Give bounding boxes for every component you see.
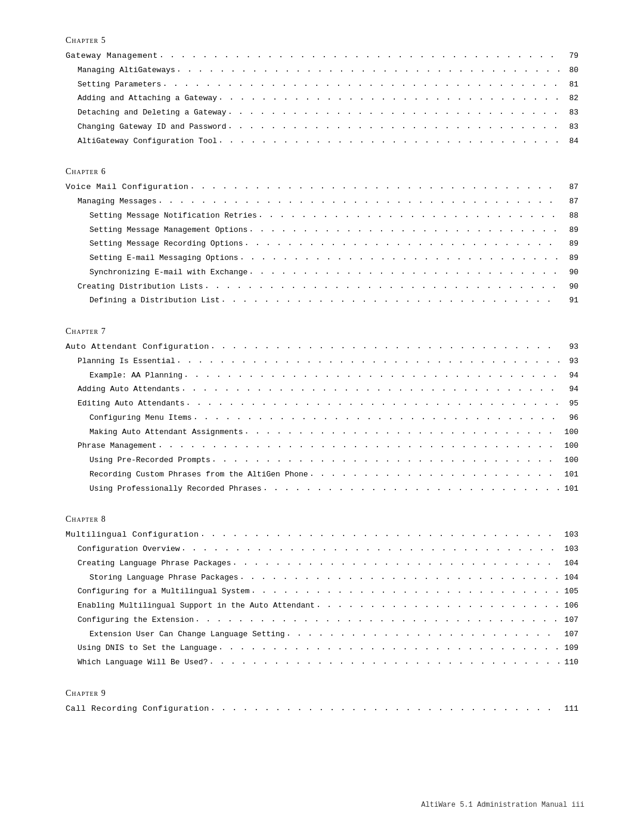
toc-dots bbox=[263, 481, 559, 496]
toc-entry: Example: AA Planning94 bbox=[66, 368, 578, 383]
toc-title: Detaching and Deleting a Gateway bbox=[66, 106, 227, 120]
toc-dots bbox=[218, 640, 559, 655]
toc-entry: Editing Auto Attendants95 bbox=[66, 397, 578, 411]
toc-entry: Extension User Can Change Language Setti… bbox=[66, 627, 578, 642]
toc-entry: Using Professionally Recorded Phrases101 bbox=[66, 482, 578, 496]
toc-page: 106 bbox=[561, 599, 578, 613]
toc-entry: Creating Language Phrase Packages104 bbox=[66, 556, 578, 571]
toc-dots bbox=[185, 396, 559, 410]
toc-page: 103 bbox=[561, 528, 578, 542]
toc-dots bbox=[190, 179, 559, 194]
toc-page: 105 bbox=[561, 585, 578, 599]
section-chapter9: Chapter 9Call Recording Configuration111 bbox=[66, 689, 578, 716]
toc-entry: Using Pre-Recorded Prompts100 bbox=[66, 453, 578, 467]
toc-page: 109 bbox=[561, 642, 578, 655]
toc-dots bbox=[184, 368, 559, 382]
toc-page: 100 bbox=[561, 454, 578, 467]
toc-title: Managing Messages bbox=[66, 195, 157, 209]
toc-title: Recording Custom Phrases from the AltiGe… bbox=[66, 468, 308, 482]
toc-page: 94 bbox=[561, 369, 578, 383]
toc-dots bbox=[210, 339, 559, 354]
toc-dots bbox=[218, 134, 559, 148]
toc-dots bbox=[316, 598, 559, 612]
toc-title: Adding Auto Attendants bbox=[66, 383, 180, 397]
toc-page: 104 bbox=[561, 571, 578, 585]
toc-page: 89 bbox=[561, 224, 578, 237]
toc-dots bbox=[158, 438, 559, 453]
toc-page: 95 bbox=[561, 397, 578, 411]
toc-dots bbox=[240, 570, 559, 584]
footer-text: AltiWare 5.1 Administration Manual iii bbox=[421, 801, 584, 809]
toc-dots bbox=[210, 701, 559, 716]
toc-title: Configuration Overview bbox=[66, 543, 180, 556]
toc-title: Editing Auto Attendants bbox=[66, 397, 184, 411]
toc-entry: Configuring for a Multilingual System105 bbox=[66, 584, 578, 599]
toc-title: Configuring the Extension bbox=[66, 614, 194, 627]
toc-title: Planning Is Essential bbox=[66, 355, 175, 368]
chapter-label-chapter5: Chapter 5 bbox=[66, 36, 578, 45]
toc-dots bbox=[181, 541, 559, 556]
toc-dots bbox=[249, 265, 559, 279]
toc-entry: Changing Gateway ID and Password83 bbox=[66, 120, 578, 134]
toc-title: Creating Language Phrase Packages bbox=[66, 557, 231, 571]
toc-entry: Configuring Menu Items96 bbox=[66, 411, 578, 425]
toc-title: Multilingual Configuration bbox=[66, 528, 199, 542]
toc-page: 93 bbox=[561, 355, 578, 368]
toc-page: 81 bbox=[561, 78, 578, 92]
toc-title: Using Pre-Recorded Prompts bbox=[66, 454, 210, 467]
toc-page: 89 bbox=[561, 237, 578, 251]
toc-title: Setting Message Notification Retries bbox=[66, 209, 257, 223]
toc-page: 91 bbox=[561, 294, 578, 308]
toc-dots bbox=[177, 63, 559, 77]
toc-page: 88 bbox=[561, 209, 578, 223]
toc-entry: Using DNIS to Set the Language109 bbox=[66, 641, 578, 655]
toc-page: 93 bbox=[561, 340, 578, 354]
toc-title: Setting Message Management Options bbox=[66, 224, 247, 237]
toc-title: Call Recording Configuration bbox=[66, 702, 209, 716]
toc-title: Adding and Attaching a Gateway bbox=[66, 92, 217, 106]
toc-title: Creating Distribution Lists bbox=[66, 280, 203, 294]
toc-dots bbox=[162, 77, 559, 91]
section-chapter5: Chapter 5Gateway Management79Managing Al… bbox=[66, 36, 578, 148]
toc-entry: Synchronizing E-mail with Exchange90 bbox=[66, 265, 578, 280]
toc-page: 100 bbox=[561, 426, 578, 439]
toc-page: 101 bbox=[561, 468, 578, 482]
toc-dots bbox=[221, 293, 559, 307]
toc-entry: Setting Message Notification Retries88 bbox=[66, 209, 578, 223]
toc-dots bbox=[195, 612, 559, 627]
toc-page: 101 bbox=[561, 482, 578, 496]
toc-dots bbox=[244, 236, 559, 250]
toc-entry: AltiGateway Configuration Tool84 bbox=[66, 134, 578, 148]
toc-title: Using Professionally Recorded Phrases bbox=[66, 482, 262, 496]
toc-title: Storing Language Phrase Packages bbox=[66, 571, 239, 585]
toc-entry: Configuring the Extension107 bbox=[66, 613, 578, 627]
toc-page: 107 bbox=[561, 628, 578, 642]
toc-entry: Planning Is Essential93 bbox=[66, 354, 578, 368]
toc-entry: Setting E-mail Messaging Options89 bbox=[66, 251, 578, 265]
toc-title: Setting E-mail Messaging Options bbox=[66, 252, 239, 265]
toc-dots bbox=[209, 655, 559, 669]
toc-page: 110 bbox=[561, 656, 578, 670]
toc-title: Changing Gateway ID and Password bbox=[66, 120, 227, 134]
toc-title: Voice Mail Configuration bbox=[66, 180, 188, 194]
toc-entry: Configuration Overview103 bbox=[66, 542, 578, 556]
toc-page: 94 bbox=[561, 383, 578, 397]
toc-dots bbox=[228, 105, 559, 119]
section-chapter8: Chapter 8Multilingual Configuration103Co… bbox=[66, 515, 578, 670]
toc-entry: Defining a Distribution List91 bbox=[66, 293, 578, 308]
toc-entry: Managing AltiGateways80 bbox=[66, 63, 578, 78]
toc-entry: Setting Parameters81 bbox=[66, 78, 578, 92]
toc-dots bbox=[249, 222, 559, 237]
toc-page: 107 bbox=[561, 614, 578, 627]
chapter-label-chapter9: Chapter 9 bbox=[66, 689, 578, 698]
toc-entry: Recording Custom Phrases from the AltiGe… bbox=[66, 467, 578, 482]
chapter-label-chapter7: Chapter 7 bbox=[66, 327, 578, 336]
toc-title: Configuring for a Multilingual System bbox=[66, 585, 250, 599]
toc-title: Making Auto Attendant Assignments bbox=[66, 426, 243, 439]
chapter-label-chapter8: Chapter 8 bbox=[66, 515, 578, 524]
toc-page: 103 bbox=[561, 543, 578, 556]
toc-page: 89 bbox=[561, 252, 578, 265]
toc-title: Configuring Menu Items bbox=[66, 411, 192, 425]
toc-entry: Setting Message Recording Options89 bbox=[66, 237, 578, 251]
toc-page: 83 bbox=[561, 106, 578, 120]
